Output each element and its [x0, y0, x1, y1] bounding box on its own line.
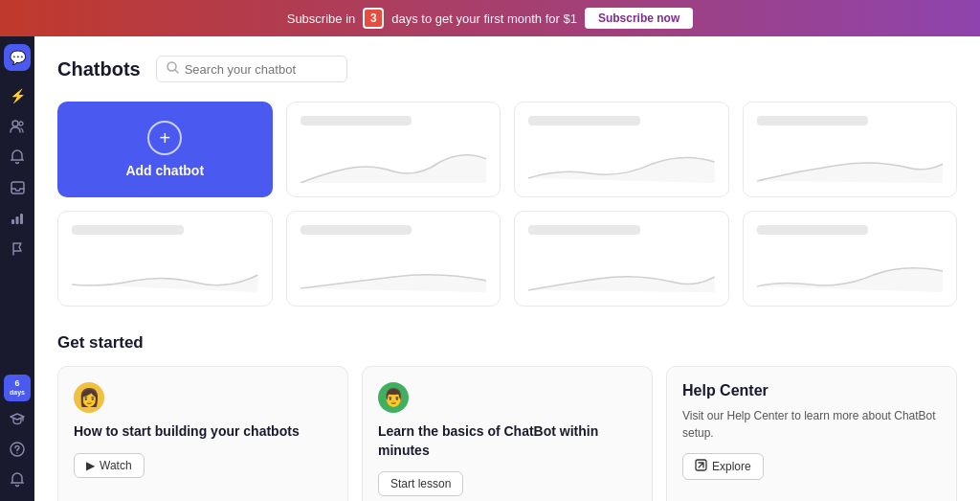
content-area: Chatbots + Add chatbot	[34, 36, 980, 501]
card-chart	[528, 254, 715, 292]
graduate-icon[interactable]	[4, 405, 31, 432]
get-started-grid: 👩 How to start building your chatbots ▶ …	[57, 366, 957, 501]
card-chart	[301, 254, 487, 292]
svg-point-7	[16, 452, 17, 453]
add-icon: +	[147, 121, 182, 155]
lesson-avatar: 👨	[378, 382, 409, 413]
lesson-card-title: Learn the basics of ChatBot within minut…	[378, 422, 636, 460]
page-header: Chatbots	[57, 56, 957, 82]
svg-point-0	[12, 121, 18, 126]
flag-icon[interactable]	[4, 236, 31, 262]
section-title: Get started	[57, 333, 957, 353]
search-input[interactable]	[185, 62, 337, 77]
start-lesson-button[interactable]: Start lesson	[378, 471, 463, 496]
inbox-icon[interactable]	[4, 174, 31, 201]
svg-point-1	[19, 122, 23, 125]
svg-rect-2	[11, 182, 24, 194]
main-layout: 💬 ⚡	[0, 36, 980, 501]
card-skeleton	[528, 116, 640, 125]
card-skeleton	[301, 116, 412, 125]
watch-avatar: 👩	[74, 382, 104, 413]
card-skeleton	[757, 116, 869, 125]
play-icon: ▶	[86, 459, 95, 472]
flash-icon[interactable]: ⚡	[4, 82, 31, 109]
help-center-description: Visit our Help Center to learn more abou…	[682, 407, 941, 442]
card-chart	[757, 254, 944, 292]
add-chatbot-card[interactable]: + Add chatbot	[57, 102, 273, 197]
page-title: Chatbots	[57, 58, 141, 80]
help-center-title: Help Center	[682, 382, 941, 399]
chatbot-card-1[interactable]	[286, 102, 501, 197]
chatbot-card-5[interactable]	[286, 211, 501, 307]
card-skeleton	[301, 225, 412, 235]
watch-card: 👩 How to start building your chatbots ▶ …	[57, 366, 348, 501]
chatbot-card-6[interactable]	[514, 211, 729, 307]
chatbot-card-3[interactable]	[743, 102, 958, 197]
help-circle-icon[interactable]	[4, 436, 31, 463]
subscribe-banner: Subscribe in 3 days to get your first mo…	[0, 0, 980, 36]
chatbot-grid: + Add chatbot	[57, 102, 957, 307]
banner-text-before: Subscribe in	[287, 11, 356, 26]
chatbot-card-7[interactable]	[743, 211, 958, 307]
card-skeleton	[757, 225, 869, 235]
help-center-card: Help Center Visit our Help Center to lea…	[666, 366, 957, 501]
users-icon[interactable]	[4, 113, 31, 140]
get-started-section: Get started 👩 How to start building your…	[57, 333, 957, 501]
card-skeleton	[528, 225, 640, 235]
watch-card-title: How to start building your chatbots	[74, 422, 332, 442]
svg-rect-3	[11, 219, 14, 224]
bell-icon[interactable]	[4, 144, 31, 171]
card-skeleton	[72, 225, 184, 235]
notification-bell-icon[interactable]	[4, 467, 31, 493]
explore-icon	[695, 459, 707, 474]
chatbot-card-4[interactable]	[57, 211, 273, 307]
days-count-badge: 3	[363, 8, 384, 29]
subscribe-now-button[interactable]: Subscribe now	[585, 8, 693, 29]
chart-icon[interactable]	[4, 205, 31, 232]
banner-text-after: days to get your first month for $1	[391, 11, 577, 26]
explore-label: Explore	[712, 460, 751, 473]
add-chatbot-label: Add chatbot	[125, 163, 204, 178]
app-logo: 💬	[4, 44, 31, 71]
trial-days-badge[interactable]: 6 days	[4, 375, 31, 401]
explore-button[interactable]: Explore	[682, 453, 764, 480]
start-lesson-label: Start lesson	[390, 477, 451, 490]
card-chart	[72, 254, 258, 292]
search-icon	[167, 61, 179, 77]
sidebar-bottom: 6 days	[4, 375, 31, 493]
chatbot-card-2[interactable]	[514, 102, 729, 197]
search-box[interactable]	[156, 56, 347, 82]
lesson-card: 👨 Learn the basics of ChatBot within min…	[362, 366, 653, 501]
svg-rect-5	[20, 214, 23, 224]
card-chart	[301, 145, 487, 183]
card-chart	[757, 145, 944, 183]
watch-button[interactable]: ▶ Watch	[74, 453, 145, 478]
svg-rect-4	[16, 216, 19, 224]
watch-button-label: Watch	[100, 459, 132, 472]
sidebar: 💬 ⚡	[0, 36, 34, 501]
card-chart	[528, 145, 715, 183]
